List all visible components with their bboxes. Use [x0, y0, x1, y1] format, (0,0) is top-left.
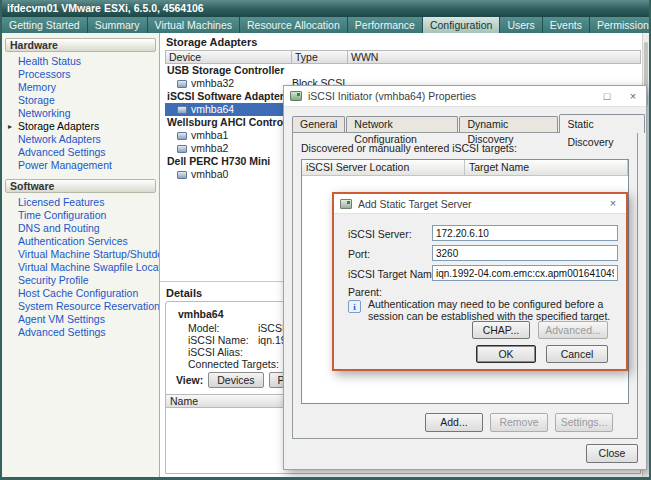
column-wwn[interactable]: WWN [348, 50, 641, 64]
sidebar-item-system-resource-reservation[interactable]: System Resource Reservation [2, 300, 159, 313]
sidebar-item-processors[interactable]: Processors [2, 68, 159, 81]
targets-table-header: iSCSI Server Location Target Name [302, 160, 628, 176]
settings-button[interactable]: Settings... [555, 413, 613, 432]
tab-users[interactable]: Users [500, 17, 542, 33]
adapter-name: vmhba64 [191, 103, 234, 116]
sidebar-item-storage[interactable]: Storage [2, 94, 159, 107]
details-device-name: vmhba64 [178, 308, 224, 320]
add-dialog-title: Add Static Target Server [358, 198, 600, 210]
authentication-info-text: Authentication may need to be configured… [368, 298, 616, 322]
add-target-button[interactable]: Add... [425, 413, 483, 432]
close-button[interactable]: Close [586, 444, 638, 463]
sidebar-item-time-configuration[interactable]: Time Configuration [2, 209, 159, 222]
targets-action-buttons: Add... Remove Settings... [425, 413, 613, 432]
configuration-sidebar: Hardware Health Status Processors Memory… [2, 33, 160, 477]
page-title: Storage Adapters [166, 36, 257, 48]
adapter-table-header: Device Type WWN [165, 50, 641, 64]
adapter-name: vmhba32 [191, 77, 234, 90]
iscsi-server-input[interactable] [432, 225, 618, 241]
view-devices-button[interactable]: Devices [208, 372, 263, 388]
tab-general[interactable]: General [292, 116, 345, 132]
properties-dialog-tabs: General Network Configuration Dynamic Di… [292, 113, 646, 132]
tab-configuration[interactable]: Configuration [423, 17, 500, 33]
close-icon[interactable]: × [620, 86, 646, 107]
port-label: Port: [348, 248, 370, 260]
tab-resource-allocation[interactable]: Resource Allocation [240, 17, 348, 33]
port-input[interactable] [432, 245, 618, 261]
tab-static-discovery[interactable]: Static Discovery [559, 114, 645, 133]
ok-button[interactable]: OK [476, 345, 536, 363]
info-icon: i [348, 300, 361, 313]
adapter-name: vmhba0 [191, 168, 228, 181]
sidebar-item-storage-adapters[interactable]: ▸Storage Adapters [2, 120, 159, 133]
details-label-iscsi-alias: iSCSI Alias: [188, 346, 252, 358]
sidebar-item-dns-and-routing[interactable]: DNS and Routing [2, 222, 159, 235]
sidebar-item-networking[interactable]: Networking [2, 107, 159, 120]
sidebar-item-security-profile[interactable]: Security Profile [2, 274, 159, 287]
sidebar-item-health-status[interactable]: Health Status [2, 55, 159, 68]
details-title: Details [166, 287, 202, 299]
vsphere-client-window: ifdecvm01 VMware ESXi, 6.5.0, 4564106 Ge… [0, 0, 651, 480]
maximize-icon[interactable]: □ [594, 86, 620, 107]
tab-events[interactable]: Events [543, 17, 590, 33]
details-label-connected-targets: Connected Targets: [188, 358, 279, 370]
remove-target-button[interactable]: Remove [490, 413, 548, 432]
storage-adapter-icon [177, 145, 187, 153]
properties-dialog-title: iSCSI Initiator (vmhba64) Properties [308, 90, 594, 102]
storage-adapter-icon [177, 80, 187, 88]
host-tab-strip: Getting Started Summary Virtual Machines… [2, 17, 649, 33]
advanced-button[interactable]: Advanced... [538, 321, 608, 339]
column-type[interactable]: Type [292, 50, 348, 64]
tab-permissions[interactable]: Permissions [590, 17, 651, 33]
adapter-group-usb: USB Storage Controller [165, 64, 641, 77]
close-icon[interactable]: × [600, 193, 626, 214]
storage-adapter-icon [177, 106, 187, 114]
sidebar-item-label: Storage Adapters [18, 120, 99, 132]
hardware-section-header: Hardware [5, 38, 156, 52]
sidebar-item-host-cache-configuration[interactable]: Host Cache Configuration [2, 287, 159, 300]
cancel-button[interactable]: Cancel [546, 345, 608, 363]
details-label-model: Model: [188, 322, 252, 334]
add-static-target-dialog: Add Static Target Server × iSCSI Server:… [332, 192, 628, 371]
adapter-group-name: Dell PERC H730 Mini [167, 155, 270, 168]
sidebar-item-power-management[interactable]: Power Management [2, 159, 159, 172]
iscsi-target-name-input[interactable] [432, 265, 618, 281]
storage-adapter-icon [177, 171, 187, 179]
view-label: View: [176, 374, 203, 386]
properties-dialog-titlebar[interactable]: iSCSI Initiator (vmhba64) Properties □ × [284, 86, 646, 107]
sidebar-item-advanced-settings-sw[interactable]: Advanced Settings [2, 326, 159, 339]
column-iscsi-server-location[interactable]: iSCSI Server Location [302, 160, 465, 176]
tab-summary[interactable]: Summary [88, 17, 148, 33]
parent-label: Parent: [348, 286, 382, 298]
adapter-group-name: USB Storage Controller [167, 64, 284, 77]
window-title: ifdecvm01 VMware ESXi, 6.5.0, 4564106 [2, 0, 649, 17]
iscsi-initiator-icon [290, 91, 302, 101]
adapter-group-name: Wellsburg AHCI Controller [167, 116, 299, 129]
adapter-name: vmhba1 [191, 129, 228, 142]
tab-dynamic-discovery[interactable]: Dynamic Discovery [459, 116, 558, 132]
sidebar-item-agent-vm-settings[interactable]: Agent VM Settings [2, 313, 159, 326]
adapter-name: vmhba2 [191, 142, 228, 155]
sidebar-item-memory[interactable]: Memory [2, 81, 159, 94]
column-device[interactable]: Device [165, 50, 292, 64]
add-target-server-icon [340, 199, 352, 209]
sidebar-item-vm-startup-shutdown[interactable]: Virtual Machine Startup/Shutdown [2, 248, 159, 261]
sidebar-item-network-adapters[interactable]: Network Adapters [2, 133, 159, 146]
sidebar-item-authentication-services[interactable]: Authentication Services [2, 235, 159, 248]
storage-adapter-icon [177, 132, 187, 140]
sidebar-item-advanced-settings-hw[interactable]: Advanced Settings [2, 146, 159, 159]
add-dialog-titlebar[interactable]: Add Static Target Server × [334, 194, 626, 214]
tab-network-configuration[interactable]: Network Configuration [346, 116, 458, 132]
tab-performance[interactable]: Performance [348, 17, 423, 33]
tab-getting-started[interactable]: Getting Started [2, 17, 88, 33]
sidebar-item-licensed-features[interactable]: Licensed Features [2, 196, 159, 209]
adapter-group-name: iSCSI Software Adapter [167, 90, 284, 103]
iscsi-target-name-label: iSCSI Target Name: [348, 268, 441, 280]
column-target-name[interactable]: Target Name [465, 160, 628, 176]
selected-item-arrow-icon: ▸ [8, 120, 12, 133]
details-label-iscsi-name: iSCSI Name: [188, 334, 252, 346]
sidebar-item-vm-swapfile-location[interactable]: Virtual Machine Swapfile Location [2, 261, 159, 274]
chap-button[interactable]: CHAP... [472, 321, 530, 339]
tab-virtual-machines[interactable]: Virtual Machines [148, 17, 240, 33]
software-section-header: Software [5, 179, 156, 193]
